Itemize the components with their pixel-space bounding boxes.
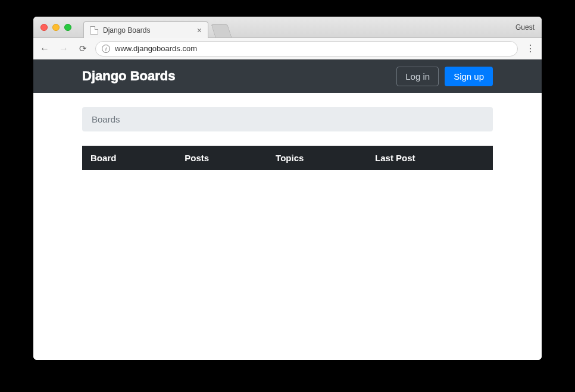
page-body: Boards Board Posts Topics Last Post (82, 93, 493, 170)
close-window-icon[interactable] (40, 24, 48, 31)
new-tab-button[interactable] (211, 24, 232, 37)
page-content: Django Boards Log in Sign up Boards Boar… (33, 59, 542, 360)
window-titlebar: Django Boards × Guest (33, 17, 542, 38)
profile-label[interactable]: Guest (515, 23, 535, 32)
page-icon (90, 26, 98, 35)
close-tab-icon[interactable]: × (197, 26, 202, 35)
reload-button[interactable]: ⟳ (76, 43, 89, 54)
col-board: Board (82, 146, 176, 170)
minimize-window-icon[interactable] (52, 24, 60, 31)
window-controls (33, 24, 71, 31)
browser-toolbar: ← → ⟳ i www.djangoboards.com ⋮ (33, 38, 542, 59)
browser-tab[interactable]: Django Boards × (83, 21, 208, 38)
table-header: Board Posts Topics Last Post (82, 146, 493, 170)
tab-title: Django Boards (103, 26, 192, 35)
address-bar[interactable]: i www.djangoboards.com (95, 41, 518, 57)
browser-tabs: Django Boards × (83, 17, 230, 37)
nav-actions: Log in Sign up (396, 67, 493, 86)
site-info-icon[interactable]: i (102, 45, 110, 53)
maximize-window-icon[interactable] (64, 24, 71, 31)
table-header-row: Board Posts Topics Last Post (82, 146, 493, 170)
url-text: www.djangoboards.com (115, 44, 197, 53)
back-button[interactable]: ← (38, 43, 51, 54)
browser-window: Django Boards × Guest ← → ⟳ i www.django… (33, 17, 542, 360)
login-button[interactable]: Log in (396, 67, 439, 86)
breadcrumb: Boards (82, 107, 493, 131)
col-posts: Posts (176, 146, 267, 170)
forward-button: → (57, 43, 70, 54)
site-navbar: Django Boards Log in Sign up (33, 59, 542, 93)
col-topics: Topics (267, 146, 367, 170)
boards-table: Board Posts Topics Last Post (82, 146, 493, 170)
brand-logo[interactable]: Django Boards (82, 68, 175, 84)
breadcrumb-item: Boards (92, 114, 120, 124)
browser-menu-icon[interactable]: ⋮ (524, 44, 537, 54)
col-last-post: Last Post (367, 146, 493, 170)
signup-button[interactable]: Sign up (445, 67, 493, 86)
